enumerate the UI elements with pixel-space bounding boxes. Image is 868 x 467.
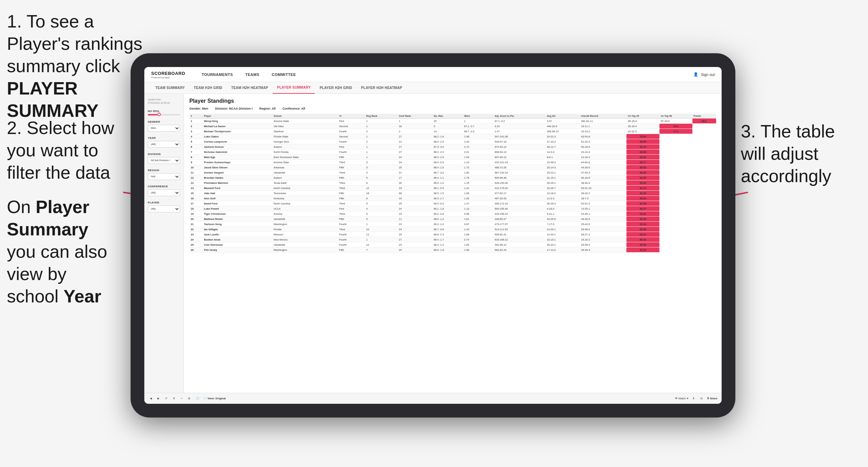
standings-title: Player Standings [189,98,716,104]
data-cell: 25 [398,165,432,170]
toolbar-add-btn[interactable]: + [179,396,184,401]
table-row[interactable]: 11Gordon SargentVanderbiltThird42168.7 -… [189,170,716,175]
table-row[interactable]: 5Christo LamprechtGeorgia TechFourth2216… [189,139,716,144]
player-name-cell: Cole Sherwood [203,242,272,247]
data-cell: 22-29-7 [545,186,580,191]
points-cell: 88.56 [626,149,659,155]
data-cell: 628-150-30 [493,180,546,186]
data-cell: 20-14-3 [545,165,580,170]
sub-nav-player-h2h-heatmap[interactable]: PLAYER H2H HEATMAP [357,82,406,94]
data-cell: 23 [398,222,432,227]
table-row[interactable]: 21Taehoon SongWashingtonFourth12369.2 -1… [189,222,716,227]
data-cell: 24 [398,155,432,160]
sub-nav-team-h2h-grid[interactable]: TEAM H2H GRID [190,82,226,94]
division-select[interactable]: NCAA Division I NCAA Division II NCAA Di… [148,157,180,164]
slider-thumb[interactable] [157,113,161,116]
sub-nav-team-h2h-heatmap[interactable]: TEAM H2H HEATMAP [227,82,272,94]
table-row[interactable]: 6Jackson KoivunAuburnFirst12767.3 -3.02.… [189,144,716,149]
table-row[interactable]: 14Maxwell FordNorth CarolinaThird122369.… [189,186,716,191]
region-select[interactable]: N/A All [148,173,180,180]
toolbar-forward-btn[interactable]: ▶ [156,396,161,401]
points-cell: 78.2 [659,124,692,129]
data-cell: Ole Miss [272,124,338,129]
nav-committee[interactable]: COMMITTEE [266,67,302,82]
slider-fill [148,114,157,115]
sub-nav: TEAM SUMMARY TEAM H2H GRID TEAM H2H HEAT… [144,82,722,94]
table-row[interactable]: 3Michael ThorbjornsenStanfordFourth22146… [189,129,716,134]
table-row[interactable]: 8Mats EgeEast Tennessee StateFifth12468.… [189,155,716,160]
data-cell: 22-22-0 [626,129,659,134]
toolbar-back-btn[interactable]: ◀ [148,396,153,401]
filter-region-label: Region [148,169,180,172]
data-cell: 1 [365,144,398,149]
nav-teams[interactable]: TEAMS [239,67,266,82]
table-area: Player Standings Gender: Men Division: N… [184,94,722,393]
toolbar-share2-btn[interactable]: ⬆ [171,396,177,401]
toolbar-share-label[interactable]: ⬆ Share [707,397,717,400]
table-row[interactable]: 17David FordNorth CarolinaThird92969.0 -… [189,201,716,206]
table-row[interactable]: 2Michael La SassoOle MissSecond118067.1 … [189,124,716,129]
data-cell: 67.1 -2.7 [463,124,493,129]
slider-track[interactable] [148,114,180,115]
table-row[interactable]: 13Phichakon MaichonTexas A&MThird63069.0… [189,180,716,186]
table-row[interactable]: 19Tiger ChristensenArizonaThird52369.2 -… [189,211,716,216]
rank-cell: 14 [189,186,203,191]
sub-nav-team-summary[interactable]: TEAM SUMMARY [151,82,189,94]
toolbar-view-label[interactable]: 📄 View: Original [203,397,226,400]
sign-in-icon: 👤 [693,72,698,77]
data-cell: 25-22-1 [545,170,580,175]
table-row[interactable]: 9Preston SummerhaysArizona StateThird324… [189,160,716,165]
header-right: 👤 Sign out [693,72,715,77]
data-cell: 68.5 -1.5 [432,191,463,196]
table-row[interactable]: 25Cole SherwoodVanderbiltFourth122368.3 … [189,242,716,247]
col-overall: Overall Record [580,114,626,119]
toolbar-download-btn[interactable]: ⬇ [691,396,696,401]
data-cell: 27 [398,237,432,242]
sub-nav-player-h2h-grid[interactable]: PLAYER H2H GRID [315,82,356,94]
data-cell: 8-21-1 [545,211,580,216]
table-row[interactable]: 10Jacob Skov OlesenArkansasFifth32568.4 … [189,165,716,170]
table-row[interactable]: 15Jake HallTennesseeFifth188868.5 -1.51.… [189,191,716,196]
points-cell: 77.1 [659,129,692,134]
player-select[interactable]: (All) [148,205,180,212]
data-cell: 1.92 [463,196,493,201]
table-row[interactable]: 12Brendan ValdesAuburnFifth51768.4 -1.11… [189,175,716,180]
table-row[interactable]: 4Luke ClatonFlorida StateSecond12768.2 -… [189,134,716,139]
nav-tournaments[interactable]: TOURNAMENTS [196,67,239,82]
table-row[interactable]: 26Petr HrubyWashingtonFifth72568.6 -1.81… [189,247,716,253]
data-cell: 432-221-24 [493,160,546,165]
data-cell: 68.0 -2.5 [432,139,463,144]
player-name-cell: Taehoon Song [203,222,272,227]
rank-cell: 26 [189,247,203,253]
data-cell: 69.1 -1.8 [432,206,463,211]
table-row[interactable]: 1Wenyi DingArizona StateFirst1115167.1 -… [189,119,716,124]
year-select[interactable]: (All) First Second Third Fourth Fifth [148,141,180,148]
data-cell: 5 [365,216,398,222]
table-row[interactable]: 24Bastien AmatNew MexicoFourth12769.4 -1… [189,237,716,242]
table-row[interactable]: 7Nicholas GabrelcikNorth FloridaFourth12… [189,149,716,155]
toolbar-clock-btn[interactable]: 🕐 [194,396,201,401]
data-cell: 8-6-1 [545,155,580,160]
rank-cell: 23 [189,232,203,237]
table-row[interactable]: 16Alex GoffKentuckyFifth81968.3 -1.71.92… [189,196,716,201]
data-cell: 24-45-1 [580,211,626,216]
points-cell: 80.18 [626,144,659,149]
toolbar-filter-icon[interactable]: ⊟ [699,396,704,401]
sign-out-link[interactable]: Sign out [701,73,715,77]
sub-nav-player-summary[interactable]: PLAYER SUMMARY [273,82,315,94]
data-cell: Texas A&M [272,180,338,186]
table-row[interactable]: 23Jack LundinMissouriFourth112568.6 -2.3… [189,232,716,237]
data-cell: 11 [365,232,398,237]
conference-select[interactable]: (All) [148,189,180,196]
rank-cell: 22 [189,227,203,232]
table-row[interactable]: 22Ian GilliganFloridaThird102468.7 -0.81… [189,227,716,232]
table-row[interactable]: 18Luke PowellUCLAFirst42469.1 -1.81.1350… [189,206,716,211]
data-cell: 35-16-4 [626,124,659,129]
toolbar-watch[interactable]: 👁 Watch ▾ [675,397,688,400]
table-row[interactable]: 20Matthew RiedelVanderbiltFifth51168.6 -… [189,216,716,222]
toolbar-grid-btn[interactable]: ⊞ [187,396,192,401]
toolbar-reload-btn[interactable]: ↺ [164,396,169,401]
gender-select[interactable]: Men Women [148,125,180,132]
data-cell: 69.0 -1.0 [432,180,463,186]
data-cell: 1.65 [463,242,493,247]
